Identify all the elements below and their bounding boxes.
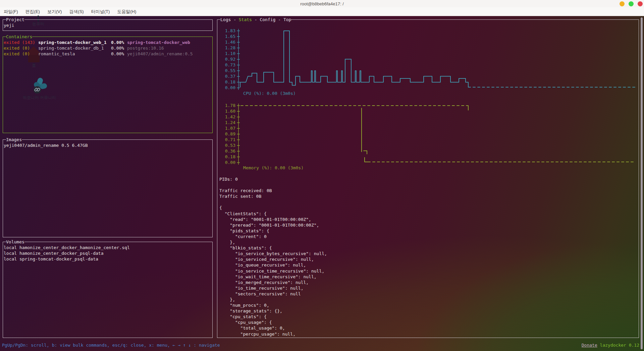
- container-row[interactable]: exited (0)romantic_tesla0.00%yeji0407/ad…: [4, 51, 212, 57]
- menu-item-4[interactable]: 터미널(T): [88, 7, 114, 16]
- container-stats-json: PIDs: 0 Traffic received: 0B Traffic sen…: [219, 176, 327, 337]
- volume-row[interactable]: localspring-tomcat-docker_psql-data: [4, 256, 212, 262]
- tab-logs[interactable]: Logs: [220, 17, 231, 22]
- image-row[interactable]: yeji0407/admin_rename 0.5 6.47GB: [4, 142, 212, 148]
- main-panel-tabs: Logs - Stats - Config - Top: [217, 17, 639, 22]
- terminal: 컴퓨터 홈 하모니카 커뮤니티: [0, 16, 644, 351]
- keybinding-help: PgUp/PgDn: scroll, b: view bulk commands…: [0, 343, 220, 348]
- volume-row[interactable]: localhamonize_center_docker_psql-data: [4, 250, 212, 256]
- cpu-chart-caption: CPU (%): 0.00 (3m0s): [243, 91, 296, 96]
- terminal-scrollbar[interactable]: [641, 17, 643, 349]
- minimize-button[interactable]: [620, 1, 625, 6]
- containers-panel-title: Containers: [6, 34, 32, 40]
- tab-stats[interactable]: Stats: [239, 17, 252, 22]
- donate-link[interactable]: Donate: [582, 343, 597, 348]
- cpu-chart: [236, 28, 638, 92]
- menu-item-2[interactable]: 보기(V): [44, 7, 65, 16]
- project-name[interactable]: yeji: [4, 22, 14, 28]
- window-controls: [620, 1, 643, 6]
- statusbar: PgUp/PgDn: scroll, b: view bulk commands…: [0, 342, 644, 348]
- memory-chart: [236, 103, 638, 167]
- image-size: 6.47GB: [72, 142, 88, 148]
- volumes-panel-title: Volumes: [6, 239, 24, 245]
- container-row[interactable]: exited (143)spring-tomcat-docker_web_10.…: [4, 40, 212, 45]
- menu-item-3[interactable]: 검색(S): [65, 7, 87, 16]
- tab-top[interactable]: Top: [283, 17, 291, 22]
- volumes-panel[interactable]: Volumes localhamonize_center_docker_hamo…: [3, 242, 213, 338]
- volumes-list: localhamonize_center_docker_hamonize_cen…: [4, 245, 212, 262]
- window-titlebar[interactable]: root@b8beb6fa4e17: /: [0, 0, 644, 7]
- menubar: 파일(F)편집(E)보기(V)검색(S)터미널(T)도움말(H): [0, 7, 644, 16]
- project-panel-title: Project: [6, 17, 24, 22]
- images-panel-title: Images: [6, 137, 22, 142]
- menu-item-1[interactable]: 편집(E): [22, 7, 44, 16]
- window-title: root@b8beb6fa4e17: /: [300, 1, 344, 6]
- volume-row[interactable]: localhamonize_center_docker_hamonize_cen…: [4, 245, 212, 250]
- containers-list: exited (143)spring-tomcat-docker_web_10.…: [4, 40, 212, 57]
- main-panel[interactable]: Logs - Stats - Config - Top 1.831.651.46…: [217, 19, 639, 338]
- project-panel[interactable]: Project yeji: [3, 19, 213, 31]
- image-repository: yeji0407/admin_rename: [4, 142, 59, 148]
- tab-config[interactable]: Config: [260, 17, 275, 22]
- app-version: lazydocker 0.12: [600, 343, 639, 348]
- memory-chart-caption: Memory (%): 0.00 (3m0s): [243, 165, 304, 171]
- containers-panel[interactable]: Containers exited (143)spring-tomcat-doc…: [3, 37, 213, 133]
- menu-item-5[interactable]: 도움말(H): [113, 7, 140, 16]
- menu-item-0[interactable]: 파일(F): [0, 7, 22, 16]
- screen: root@b8beb6fa4e17: / 파일(F)편집(E)보기(V)검색(S…: [0, 0, 644, 351]
- image-tag: 0.5: [61, 142, 69, 148]
- maximize-button[interactable]: [629, 1, 634, 6]
- close-button[interactable]: [638, 1, 643, 6]
- container-row[interactable]: exited (0)spring-tomcat-docker_db_10.00%…: [4, 45, 212, 51]
- images-panel[interactable]: Images yeji0407/admin_rename 0.5 6.47GB: [3, 139, 213, 237]
